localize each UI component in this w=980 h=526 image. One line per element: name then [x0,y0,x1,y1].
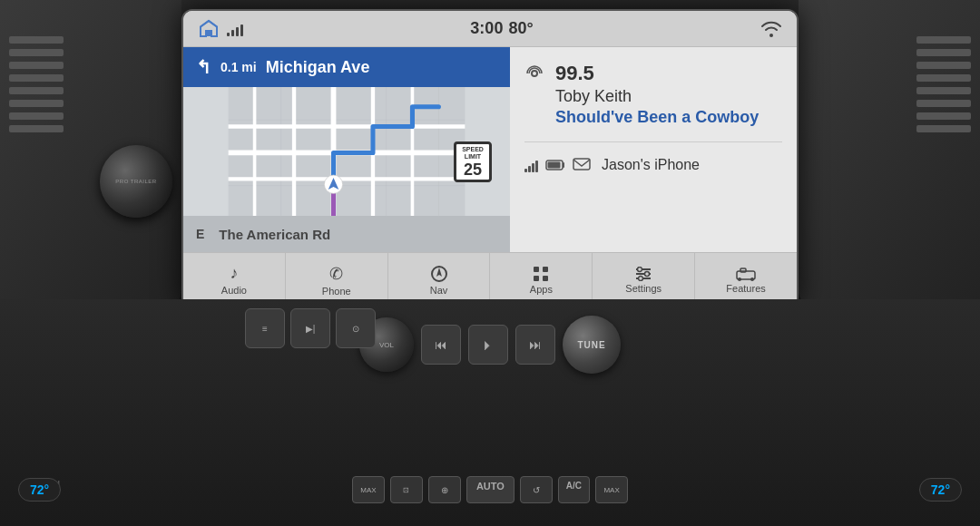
phone-status-icons [524,158,591,172]
auto-button[interactable]: AUTO [466,476,514,503]
audio-icon: ♪ [230,264,238,283]
turn-arrow-icon: ↰ [196,56,211,78]
fan-button[interactable]: ⊕ [428,476,461,503]
media-btn-2[interactable]: ▶| [290,308,330,348]
header-left [198,18,243,40]
left-temp-display[interactable]: 72° [18,478,61,502]
nav-icon [430,265,448,283]
map-area[interactable]: SPEED LIMIT 25 [183,87,510,216]
settings-icon [634,267,652,281]
apps-icon [533,266,549,282]
svg-rect-37 [740,268,746,272]
phone-section: Jason's iPhone [524,157,782,173]
svg-point-38 [738,278,741,281]
time-display: 3:00 [470,19,503,38]
temperature-display: 80° [508,19,533,38]
current-road-banner: E The American Rd [183,216,510,252]
max-defrost-button[interactable]: MAX [352,476,385,503]
svg-rect-29 [543,276,548,281]
svg-rect-0 [206,31,211,36]
radio-song: Should've Been a Cowboy [555,108,782,127]
tune-label: TUNE [577,340,605,350]
ac-button[interactable]: A/C [558,476,590,503]
current-road-name: The American Rd [219,227,330,242]
phone-name: Jason's iPhone [602,157,700,173]
speed-limit-sign: SPEED LIMIT 25 [454,141,492,182]
svg-point-34 [645,271,650,276]
svg-rect-26 [534,267,539,272]
svg-point-35 [639,276,643,280]
radio-info: 99.5 Toby Keith Should've Been a Cowboy [555,62,782,127]
features-icon [736,267,756,281]
radio-frequency: 99.5 [555,62,782,85]
recirculate-button[interactable]: ↺ [520,476,553,503]
left-vent [0,0,181,308]
tab-audio-label: Audio [221,285,247,296]
controls-area: 2H 4H VOL ⏮ ⏵ ⏭ TUNE ≡ ▶| ⊙ 72° MAX ⊡ ⊕ … [0,299,980,526]
direction-banner: ↰ 0.1 mi Michigan Ave [183,47,510,87]
svg-rect-23 [573,159,590,170]
screen-header: 3:00 80° [183,11,797,47]
message-icon [573,158,591,172]
right-vent-slats [916,36,971,181]
prev-track-button[interactable]: ⏮ [421,325,461,365]
home-icon[interactable] [198,18,220,40]
info-panel: 99.5 Toby Keith Should've Been a Cowboy [510,47,797,252]
next-track-button[interactable]: ⏭ [515,325,555,365]
svg-point-39 [750,278,754,281]
radio-section[interactable]: 99.5 Toby Keith Should've Been a Cowboy [524,62,782,142]
radio-broadcast-icon [524,63,544,88]
pro-trailer-knob[interactable] [100,145,172,218]
tune-knob[interactable]: TUNE [563,316,621,374]
distance-display: 0.1 mi [220,60,257,74]
right-temp-display[interactable]: 72° [919,478,962,502]
phone-icon: ✆ [329,264,343,284]
radio-artist: Toby Keith [555,87,782,106]
right-vent: 12 V [799,0,980,308]
svg-marker-25 [436,268,442,277]
svg-rect-27 [543,267,548,272]
infotainment-screen: 3:00 80° ↰ 0.1 mi Michigan Ave [181,9,799,308]
svg-rect-28 [534,276,539,281]
svg-rect-22 [548,162,561,169]
tab-settings-label: Settings [625,283,662,294]
play-pause-button[interactable]: ⏵ [468,325,508,365]
wifi-icon [760,21,782,37]
svg-point-19 [532,71,537,76]
rear-defrost-button[interactable]: ⊡ [390,476,423,503]
header-time-temp: 3:00 80° [470,19,533,38]
vol-label: VOL [379,341,394,349]
header-right [760,21,782,37]
screen-content: ↰ 0.1 mi Michigan Ave [183,47,797,252]
screen-tabs: ♪ Audio ✆ Phone Nav Apps [183,252,797,307]
media-btn-3[interactable]: ⊙ [336,308,376,348]
phone-signal-icon [524,158,538,172]
svg-rect-21 [563,162,564,168]
navigation-panel: ↰ 0.1 mi Michigan Ave [183,47,510,252]
media-buttons: ≡ ▶| ⊙ [245,308,376,348]
signal-strength-icon [227,22,243,36]
tab-apps-label: Apps [530,284,553,295]
climate-buttons: MAX ⊡ ⊕ AUTO ↺ A/C MAX [352,476,628,503]
left-vent-slats [9,36,64,181]
tab-phone-label: Phone [322,286,351,297]
climate-row: 72° MAX ⊡ ⊕ AUTO ↺ A/C MAX 72° [0,463,980,517]
media-btn-1[interactable]: ≡ [245,308,285,348]
svg-point-33 [638,267,642,271]
tab-nav-label: Nav [430,285,448,296]
battery-icon [545,159,565,171]
tab-features-label: Features [726,283,765,294]
speed-limit-value: 25 [456,161,489,178]
speed-limit-label: SPEED LIMIT [456,146,489,161]
street-name-display: Michigan Ave [266,58,497,77]
max-ac-button[interactable]: MAX [595,476,628,503]
compass-direction: E [196,227,204,241]
